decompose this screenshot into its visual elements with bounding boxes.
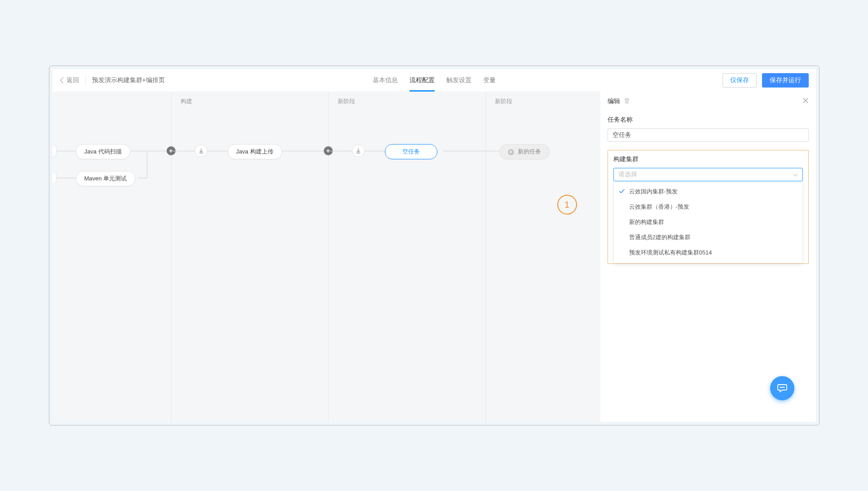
- stage-header: 构建: [172, 92, 328, 111]
- cluster-placeholder: 请选择: [618, 171, 637, 179]
- chat-fab-button[interactable]: [770, 376, 794, 400]
- connector: [365, 151, 385, 151]
- task-name-input[interactable]: [608, 128, 809, 142]
- save-and-run-button[interactable]: 保存并运行: [762, 73, 809, 88]
- connector: [443, 151, 486, 151]
- connector: [131, 151, 147, 151]
- cluster-option[interactable]: 预发环境测试私有构建集群0514: [614, 245, 802, 260]
- stage-header: 新阶段: [329, 92, 485, 111]
- tab-trigger-settings[interactable]: 触发设置: [446, 69, 471, 92]
- connector: [172, 151, 195, 151]
- cluster-dropdown: 云效国内集群-预发 云效集群（香港）-预发 新的构建集群 普通成员2建的构建集群…: [613, 182, 803, 263]
- connector: [207, 151, 228, 151]
- cluster-option-label: 普通成员2建的构建集群: [629, 234, 691, 241]
- connector: [138, 178, 147, 178]
- divider: [85, 75, 86, 85]
- cluster-highlight-box: 构建集群 请选择 云效国内集群-预发: [608, 150, 809, 264]
- cluster-option[interactable]: 云效国内集群-预发: [614, 184, 802, 199]
- cluster-option-label: 云效集群（香港）-预发: [629, 203, 689, 210]
- task-name-label: 任务名称: [608, 116, 809, 124]
- back-label: 返回: [66, 76, 79, 84]
- connector: [147, 151, 147, 178]
- task-node-selected[interactable]: 空任务: [385, 144, 437, 159]
- chevron-down-icon: [793, 171, 798, 179]
- close-panel-button[interactable]: [802, 97, 809, 105]
- connector: [57, 151, 77, 151]
- page-title: 预发演示构建集群+编排页: [92, 76, 165, 84]
- chat-icon: [777, 383, 788, 393]
- stage-entry-toggle[interactable]: [195, 145, 207, 157]
- connector: [486, 151, 499, 151]
- edit-side-panel: 编辑 任务名称 构建集群 请选择: [600, 92, 816, 422]
- task-node[interactable]: Java 构建上传: [228, 144, 282, 159]
- check-icon: [619, 189, 625, 195]
- connector: [282, 151, 329, 151]
- cluster-select[interactable]: 请选择: [613, 168, 803, 181]
- task-node[interactable]: Maven 单元测试: [76, 171, 136, 186]
- cluster-option-label: 新的构建集群: [629, 219, 664, 225]
- tab-variables[interactable]: 变量: [483, 69, 496, 92]
- cluster-option[interactable]: 新的构建集群: [614, 215, 802, 230]
- stage-header: [53, 92, 171, 111]
- stage-header: 新阶段: [486, 92, 600, 111]
- cluster-option[interactable]: 云效集群（香港）-预发: [614, 199, 802, 215]
- panel-title: 编辑: [608, 97, 620, 105]
- stage-entry-toggle[interactable]: [352, 145, 365, 157]
- chevron-left-icon: [60, 77, 64, 83]
- cluster-option[interactable]: 普通成员2建的构建集群: [614, 230, 802, 245]
- task-node[interactable]: Java 代码扫描: [76, 144, 130, 159]
- cluster-label: 构建集群: [613, 155, 803, 163]
- pipeline-canvas[interactable]: Java 代码扫描 Maven 单元测试 + 构建: [53, 92, 600, 422]
- connector: [57, 178, 77, 178]
- tab-basic-info[interactable]: 基本信息: [373, 69, 398, 92]
- add-task-placeholder[interactable]: +新的任务: [499, 144, 550, 159]
- plus-icon: +: [508, 149, 514, 155]
- connector-endpoint: [53, 145, 57, 157]
- cluster-option-label: 预发环境测试私有构建集群0514: [629, 249, 712, 256]
- delete-task-button[interactable]: [624, 97, 630, 106]
- connector-endpoint: [53, 171, 57, 184]
- top-toolbar: 返回 预发演示构建集群+编排页 基本信息 流程配置 触发设置 变量 仅保存 保存…: [53, 69, 816, 92]
- tab-bar: 基本信息 流程配置 触发设置 变量: [373, 69, 496, 92]
- save-only-button[interactable]: 仅保存: [723, 73, 757, 88]
- cluster-option-label: 云效国内集群-预发: [629, 188, 678, 195]
- tab-flow-config[interactable]: 流程配置: [410, 69, 435, 92]
- add-task-label: 新的任务: [518, 148, 541, 155]
- connector: [329, 151, 352, 151]
- back-button[interactable]: 返回: [60, 76, 79, 84]
